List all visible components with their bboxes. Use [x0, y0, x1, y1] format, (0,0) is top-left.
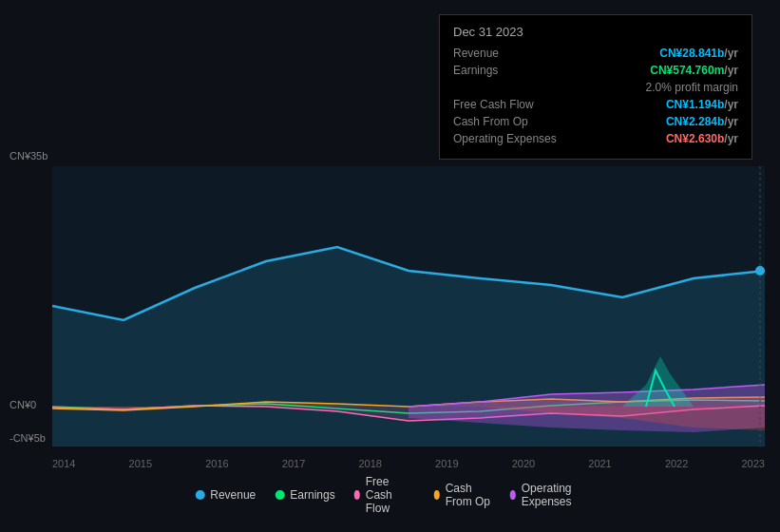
legend-cashfromop[interactable]: Cash From Op [434, 482, 491, 508]
legend-revenue[interactable]: Revenue [195, 488, 256, 502]
tooltip-earnings-label: Earnings [453, 64, 498, 77]
tooltip-cashfromop-label: Cash From Op [453, 115, 528, 128]
x-label-2015: 2015 [129, 458, 152, 469]
tooltip-opex-label: Operating Expenses [453, 132, 557, 145]
tooltip-cashfromop-row: Cash From Op CN¥2.284b/yr [453, 115, 738, 128]
tooltip-box: Dec 31 2023 Revenue CN¥28.841b/yr Earnin… [439, 14, 752, 160]
tooltip-fcf-label: Free Cash Flow [453, 98, 534, 111]
tooltip-revenue-row: Revenue CN¥28.841b/yr [453, 47, 738, 60]
legend-fcf[interactable]: Free Cash Flow [354, 475, 415, 515]
tooltip-fcf-value: CN¥1.194b/yr [666, 98, 738, 111]
x-label-2017: 2017 [282, 458, 305, 469]
tooltip-revenue-value: CN¥28.841b/yr [659, 47, 738, 60]
x-label-2022: 2022 [665, 458, 688, 469]
tooltip-fcf-row: Free Cash Flow CN¥1.194b/yr [453, 98, 738, 111]
legend-opex[interactable]: Operating Expenses [510, 482, 585, 508]
chart-container: CN¥35b CN¥0 -CN¥5b [0, 0, 780, 532]
tooltip-earnings-row: Earnings CN¥574.760m/yr [453, 64, 738, 77]
y-axis-neg: -CN¥5b [10, 432, 46, 444]
tooltip-opex-value: CN¥2.630b/yr [666, 132, 738, 145]
x-label-2020: 2020 [512, 458, 535, 469]
legend-earnings[interactable]: Earnings [275, 488, 334, 502]
x-axis: 2014 2015 2016 2017 2018 2019 2020 2021 … [52, 458, 765, 469]
x-label-2018: 2018 [358, 458, 381, 469]
tooltip-profit-margin: 2.0% profit margin [453, 81, 738, 94]
tooltip-opex-row: Operating Expenses CN¥2.630b/yr [453, 132, 738, 145]
legend-earnings-label: Earnings [290, 488, 334, 502]
x-label-2021: 2021 [588, 458, 611, 469]
legend-cashfromop-label: Cash From Op [446, 482, 491, 508]
tooltip-earnings-value: CN¥574.760m/yr [650, 64, 738, 77]
tooltip-date: Dec 31 2023 [453, 25, 738, 39]
legend-cashfromop-dot [434, 490, 440, 500]
chart-legend: Revenue Earnings Free Cash Flow Cash Fro… [195, 475, 585, 515]
y-axis-zero: CN¥0 [10, 399, 36, 410]
legend-revenue-dot [195, 490, 204, 500]
legend-opex-dot [510, 490, 516, 500]
x-label-2016: 2016 [205, 458, 228, 469]
chart-svg [52, 166, 765, 446]
x-label-2023: 2023 [741, 458, 764, 469]
legend-earnings-dot [275, 490, 284, 500]
y-axis-top: CN¥35b [10, 150, 48, 162]
tooltip-cashfromop-value: CN¥2.284b/yr [666, 115, 738, 128]
svg-point-2 [755, 266, 765, 276]
tooltip-revenue-label: Revenue [453, 47, 499, 60]
legend-revenue-label: Revenue [210, 488, 256, 502]
legend-fcf-dot [354, 490, 360, 500]
legend-fcf-label: Free Cash Flow [366, 475, 415, 515]
x-label-2014: 2014 [52, 458, 75, 469]
x-label-2019: 2019 [435, 458, 458, 469]
legend-opex-label: Operating Expenses [522, 482, 585, 508]
